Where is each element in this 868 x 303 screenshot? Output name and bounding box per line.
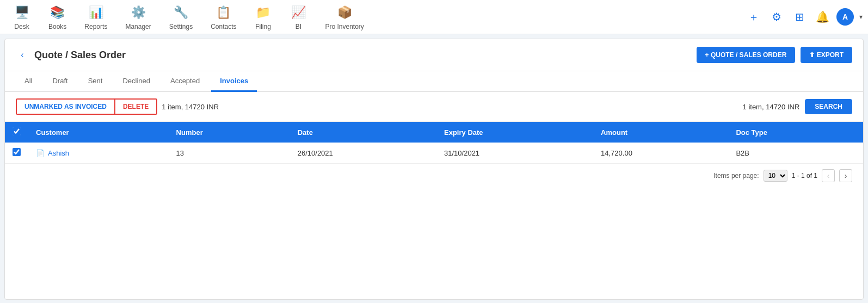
select-all-checkbox[interactable]: [13, 127, 21, 135]
per-page-select[interactable]: 10 20 50: [764, 170, 787, 182]
nav-items: 🖥️ Desk 📚 Books 📊 Reports ⚙️ Manager 🔧 S…: [5, 0, 372, 35]
row-number: 13: [169, 143, 290, 164]
items-per-page-label: Items per page:: [713, 172, 759, 180]
row-customer-cell: 📄 Ashish: [28, 143, 169, 164]
table-header-date: Date: [290, 122, 436, 143]
table-header-customer: Customer: [28, 122, 169, 143]
nav-desk[interactable]: 🖥️ Desk: [5, 0, 38, 35]
tab-draft[interactable]: Draft: [44, 71, 76, 92]
nav-bi-label: BI: [296, 23, 301, 30]
customer-file-icon: 📄: [36, 149, 45, 157]
nav-contacts[interactable]: 📋 Contacts: [203, 0, 244, 35]
table-header-checkbox[interactable]: [5, 122, 28, 143]
pagination: Items per page: 10 20 50 1 - 1 of 1 ‹ ›: [5, 164, 863, 188]
grid-icon[interactable]: ⊞: [791, 8, 808, 26]
nav-settings-label: Settings: [169, 23, 193, 30]
pagination-next-button[interactable]: ›: [839, 169, 852, 182]
nav-desk-label: Desk: [14, 23, 29, 30]
tab-accepted[interactable]: Accepted: [162, 71, 208, 92]
nav-filing[interactable]: 📁 Filing: [247, 0, 279, 35]
contacts-icon: 📋: [215, 4, 232, 21]
filing-icon: 📁: [254, 4, 272, 21]
row-expiry-date: 31/10/2021: [436, 143, 593, 164]
pagination-range-info: 1 - 1 of 1: [792, 172, 817, 180]
nav-books-label: Books: [48, 23, 66, 30]
row-checkbox[interactable]: [13, 148, 21, 156]
page-header-left: ‹ Quote / Sales Order: [16, 48, 126, 61]
tab-invoices[interactable]: Invoices: [211, 71, 257, 92]
nav-reports[interactable]: 📊 Reports: [77, 0, 115, 35]
tab-declined[interactable]: Declined: [114, 71, 159, 92]
page-title: Quote / Sales Order: [34, 50, 126, 61]
settings-icon: 🔧: [172, 4, 189, 21]
page-header-right: + QUOTE / SALES ORDER ⬆ EXPORT: [697, 47, 852, 63]
row-date: 26/10/2021: [290, 143, 436, 164]
row-customer[interactable]: Ashish: [48, 149, 69, 157]
tabs: All Draft Sent Declined Accepted Invoice…: [5, 71, 863, 92]
page-header: ‹ Quote / Sales Order + QUOTE / SALES OR…: [5, 39, 863, 71]
nav-manager-label: Manager: [125, 23, 151, 30]
main-content: ‹ Quote / Sales Order + QUOTE / SALES OR…: [4, 39, 864, 300]
row-checkbox-cell[interactable]: [5, 143, 28, 164]
back-button[interactable]: ‹: [16, 48, 29, 61]
nav-pro-inventory-label: Pro Inventory: [325, 23, 364, 30]
nav-settings[interactable]: 🔧 Settings: [162, 0, 200, 35]
customer-cell-content: 📄 Ashish: [36, 149, 161, 157]
action-bar-right: 1 item, 14720 INR SEARCH: [743, 99, 852, 114]
table-header-number: Number: [169, 122, 290, 143]
pagination-prev-button[interactable]: ‹: [822, 169, 835, 182]
nav-books[interactable]: 📚 Books: [41, 0, 74, 35]
notification-icon[interactable]: 🔔: [814, 8, 831, 26]
delete-button[interactable]: DELETE: [115, 100, 156, 114]
desk-icon: 🖥️: [13, 4, 30, 21]
nav-filing-label: Filing: [255, 23, 271, 30]
tab-sent[interactable]: Sent: [79, 71, 112, 92]
manager-icon: ⚙️: [130, 4, 147, 21]
reports-icon: 📊: [87, 4, 104, 21]
gear-icon[interactable]: ⚙: [768, 8, 785, 26]
nav-right: ＋ ⚙ ⊞ 🔔 A ▾: [745, 8, 863, 26]
row-amount: 14,720.00: [593, 143, 728, 164]
table-row: 📄 Ashish 13 26/10/2021 31/10/2021 14,720…: [5, 143, 863, 164]
data-table: Customer Number Date Expiry Date Amount …: [5, 122, 863, 164]
tab-all[interactable]: All: [16, 71, 41, 92]
action-bar: UNMARKED AS INVOICED DELETE 1 item, 1472…: [5, 92, 863, 122]
nav-manager[interactable]: ⚙️ Manager: [118, 0, 158, 35]
nav-bi[interactable]: 📈 BI: [282, 0, 315, 35]
top-navigation: 🖥️ Desk 📚 Books 📊 Reports ⚙️ Manager 🔧 S…: [0, 0, 868, 34]
action-buttons-group: UNMARKED AS INVOICED DELETE: [16, 98, 157, 115]
avatar[interactable]: A: [836, 8, 854, 26]
table-header-doc-type: Doc Type: [728, 122, 863, 143]
table-header-amount: Amount: [593, 122, 728, 143]
table-header-row: Customer Number Date Expiry Date Amount …: [5, 122, 863, 143]
export-button[interactable]: ⬆ EXPORT: [801, 47, 852, 63]
quote-sales-order-button[interactable]: + QUOTE / SALES ORDER: [697, 47, 796, 63]
add-icon[interactable]: ＋: [745, 8, 762, 26]
action-bar-left: UNMARKED AS INVOICED DELETE 1 item, 1472…: [16, 98, 219, 115]
items-count: 1 item, 14720 INR: [743, 103, 800, 111]
unmark-as-invoiced-button[interactable]: UNMARKED AS INVOICED: [17, 100, 115, 114]
nav-pro-inventory[interactable]: 📦 Pro Inventory: [317, 0, 371, 35]
chevron-down-icon[interactable]: ▾: [859, 13, 863, 21]
table-header-expiry-date: Expiry Date: [436, 122, 593, 143]
pro-inventory-icon: 📦: [336, 4, 353, 21]
books-icon: 📚: [49, 4, 66, 21]
nav-contacts-label: Contacts: [211, 23, 236, 30]
selection-info: 1 item, 14720 INR: [162, 103, 219, 111]
nav-reports-label: Reports: [84, 23, 107, 30]
search-button[interactable]: SEARCH: [805, 99, 852, 114]
bi-icon: 📈: [290, 4, 307, 21]
row-doc-type: B2B: [728, 143, 863, 164]
